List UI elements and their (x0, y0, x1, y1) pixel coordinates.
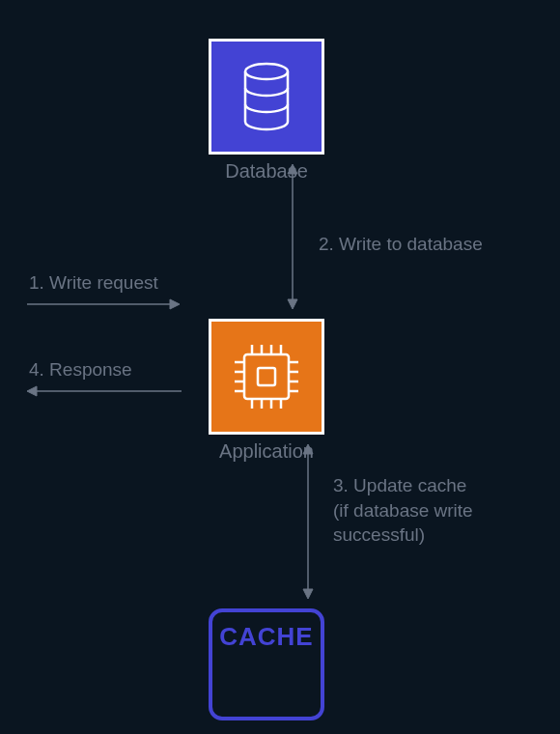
step-4-label: 4. Response (29, 357, 132, 382)
cache-node: CACHE (209, 608, 324, 720)
arrow-1-write-request (27, 296, 182, 313)
svg-rect-2 (258, 368, 275, 385)
application-node (209, 319, 324, 435)
svg-rect-1 (244, 354, 289, 399)
svg-marker-28 (27, 386, 37, 396)
cache-text: CACHE (219, 622, 313, 652)
svg-marker-26 (303, 589, 313, 599)
step-2-label: 2. Write to database (319, 232, 483, 257)
arrow-2-write-database (284, 164, 301, 309)
svg-point-0 (245, 64, 288, 79)
database-icon (238, 61, 295, 132)
step-1-label: 1. Write request (29, 270, 158, 296)
step-3-line2: (if database write (333, 500, 473, 521)
arrow-3-update-cache (299, 444, 317, 599)
svg-marker-25 (303, 444, 313, 454)
svg-marker-20 (170, 299, 180, 309)
database-node (209, 39, 324, 155)
step-3-line1: 3. Update cache (333, 475, 466, 495)
database-label: Database (209, 160, 324, 183)
cpu-icon (229, 339, 304, 414)
svg-marker-22 (288, 164, 297, 174)
arrow-4-response (27, 382, 182, 400)
svg-marker-23 (288, 299, 297, 309)
step-3-label: 3. Update cache (if database write succe… (333, 473, 507, 548)
step-3-line3: successful) (333, 524, 425, 545)
